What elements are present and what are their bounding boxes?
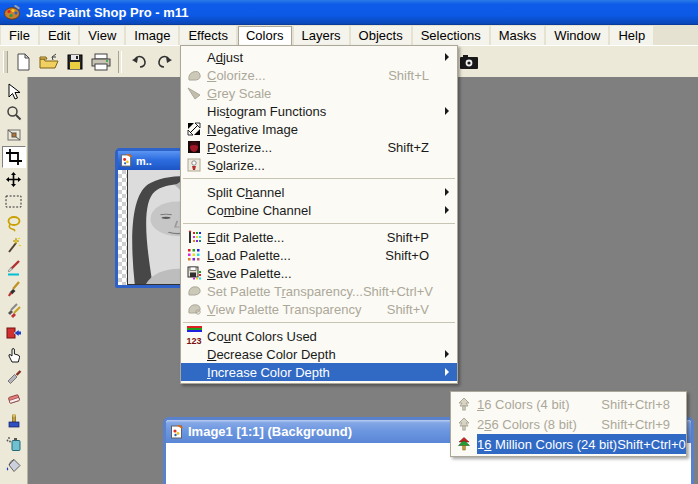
menubar-item-help[interactable]: Help	[610, 26, 653, 45]
menubar-item-file[interactable]: File	[1, 26, 38, 45]
tool-dropper[interactable]	[2, 256, 26, 278]
menubar-item-window[interactable]: Window	[546, 26, 608, 45]
menu-item-solarize[interactable]: Solarize...	[181, 156, 457, 174]
tool-arrow[interactable]	[2, 80, 26, 102]
grey-scale-icon	[187, 87, 201, 100]
tool-eraser[interactable]	[2, 388, 26, 410]
new-document-icon	[14, 53, 32, 71]
menubar-item-objects[interactable]: Objects	[351, 26, 411, 45]
tool-picture-tube[interactable]	[2, 410, 26, 432]
tool-paintbrush[interactable]	[2, 278, 26, 300]
crop-icon	[6, 149, 22, 165]
psp-file-icon	[170, 425, 184, 439]
menu-item-histogram-functions[interactable]: Histogram Functions	[181, 102, 457, 120]
solarize-icon	[187, 158, 201, 172]
tool-zoom[interactable]	[2, 102, 26, 124]
dropper-icon	[6, 259, 22, 276]
airbrush-spray-can-icon	[6, 435, 22, 452]
menu-item-colorize[interactable]: Colorize... Shift+L	[181, 66, 457, 84]
undo-button[interactable]	[127, 50, 151, 74]
colors-menu: Adjust Colorize... Shift+L Grey Scale Hi…	[180, 45, 458, 384]
submenu-item-16-million-colors[interactable]: 16 Million Colors (24 bit) Shift+Ctrl+0	[451, 434, 686, 454]
colorize-icon	[187, 69, 202, 82]
submenu-arrow-icon	[445, 53, 457, 61]
menubar-item-effects[interactable]: Effects	[180, 26, 236, 45]
menu-item-split-channel[interactable]: Split Channel	[181, 183, 457, 201]
menubar-item-layers[interactable]: Layers	[294, 26, 349, 45]
toolbar-grip[interactable]	[3, 51, 8, 73]
tool-flood-fill[interactable]	[2, 454, 26, 476]
submenu-item-256-colors[interactable]: 256 Colors (8 bit) Shift+Ctrl+9	[451, 414, 686, 434]
submenu-arrow-icon	[445, 368, 457, 376]
load-palette-icon	[187, 248, 201, 262]
screen-capture-icon	[459, 54, 479, 70]
redo-button[interactable]	[153, 50, 177, 74]
eraser-icon	[6, 392, 22, 406]
redo-arrow-icon	[156, 54, 174, 70]
increase-depth-arrow-icon	[457, 417, 471, 431]
tool-retouch[interactable]	[2, 344, 26, 366]
transparency-checker	[118, 170, 127, 285]
tool-palette	[0, 77, 28, 484]
menu-item-set-palette-transparency[interactable]: Set Palette Transparency... Shift+Ctrl+V	[181, 282, 457, 300]
deformation-icon	[6, 128, 22, 142]
submenu-arrow-icon	[445, 206, 457, 214]
set-palette-transparency-icon	[187, 285, 202, 297]
menu-item-negative-image[interactable]: Negative Image	[181, 120, 457, 138]
menu-item-grey-scale[interactable]: Grey Scale	[181, 84, 457, 102]
save-file-button[interactable]	[63, 50, 87, 74]
open-file-button[interactable]	[37, 50, 61, 74]
tool-magic-wand[interactable]	[2, 234, 26, 256]
menubar-item-edit[interactable]: Edit	[40, 26, 78, 45]
edit-palette-icon	[187, 230, 202, 244]
image1-window-title: Image1 [1:1] (Background)	[188, 424, 352, 439]
arrow-cursor-icon	[6, 83, 22, 100]
save-palette-icon	[187, 266, 202, 280]
menubar: File Edit View Image Effects Colors Laye…	[0, 25, 698, 46]
menu-separator	[183, 178, 455, 179]
flood-fill-bucket-icon	[5, 457, 22, 473]
submenu-arrow-icon	[445, 350, 457, 358]
menu-item-decrease-color-depth[interactable]: Decrease Color Depth	[181, 345, 457, 363]
submenu-item-16-colors[interactable]: 16 Colors (4 bit) Shift+Ctrl+8	[451, 394, 686, 414]
lasso-icon	[6, 215, 22, 232]
menu-separator	[183, 223, 455, 224]
menubar-item-view[interactable]: View	[80, 26, 124, 45]
menu-item-view-palette-transparency[interactable]: View Palette Transparency Shift+V	[181, 300, 457, 318]
tool-clone-brush[interactable]	[2, 300, 26, 322]
menubar-item-colors[interactable]: Colors	[238, 26, 292, 45]
new-document-button[interactable]	[11, 50, 35, 74]
tool-deformation[interactable]	[2, 124, 26, 146]
menu-item-load-palette[interactable]: Load Palette... Shift+O	[181, 246, 457, 264]
app-title: Jasc Paint Shop Pro - m11	[26, 5, 189, 20]
magnifier-icon	[6, 105, 22, 121]
menu-item-edit-palette[interactable]: Edit Palette... Shift+P	[181, 228, 457, 246]
screen-capture-button[interactable]	[457, 50, 481, 74]
menubar-item-masks[interactable]: Masks	[491, 26, 545, 45]
menu-item-save-palette[interactable]: Save Palette...	[181, 264, 457, 282]
print-button[interactable]	[89, 50, 113, 74]
menubar-item-image[interactable]: Image	[126, 26, 178, 45]
picture-tube-icon	[6, 413, 22, 429]
tool-mover[interactable]	[2, 168, 26, 190]
tool-scratch-remover[interactable]	[2, 366, 26, 388]
tool-selection[interactable]	[2, 190, 26, 212]
menu-item-count-colors-used[interactable]: 123 Count Colors Used	[181, 327, 457, 345]
psp-file-icon	[120, 154, 133, 167]
menu-item-increase-color-depth[interactable]: Increase Color Depth	[181, 363, 457, 381]
menu-item-combine-channel[interactable]: Combine Channel	[181, 201, 457, 219]
menu-item-adjust[interactable]: Adjust	[181, 48, 457, 66]
posterize-icon	[187, 140, 201, 154]
app-titlebar[interactable]: Jasc Paint Shop Pro - m11	[0, 0, 698, 25]
jasc-paint-shop-pro-app: { "app_titlebar": { "title": "Jasc Paint…	[0, 0, 698, 484]
menubar-item-selections[interactable]: Selections	[413, 26, 489, 45]
tool-color-replacer[interactable]	[2, 322, 26, 344]
menu-item-posterize[interactable]: Posterize... Shift+Z	[181, 138, 457, 156]
app-palette-icon	[4, 5, 21, 20]
submenu-arrow-icon	[445, 107, 457, 115]
tool-airbrush[interactable]	[2, 432, 26, 454]
paintbrush-icon	[6, 281, 22, 297]
selection-marquee-icon	[5, 195, 22, 208]
tool-freehand[interactable]	[2, 212, 26, 234]
tool-crop[interactable]	[2, 146, 26, 168]
